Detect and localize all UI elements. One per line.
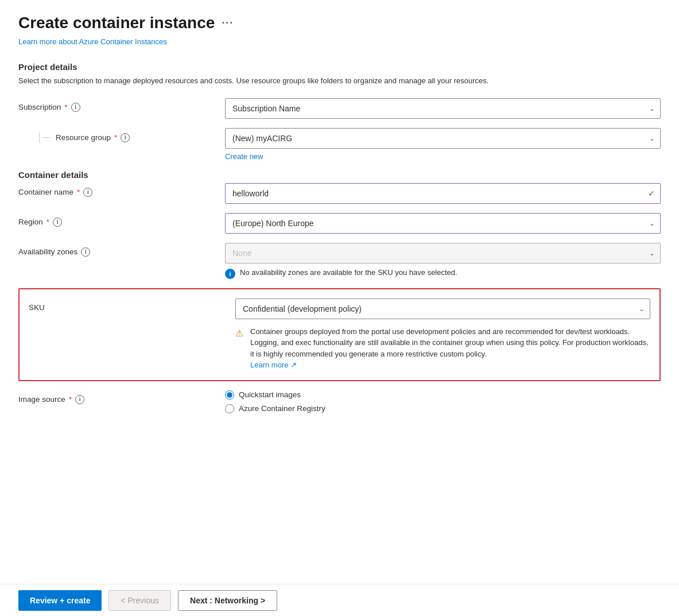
region-info-icon[interactable]: i bbox=[53, 218, 62, 227]
sku-select-wrapper: Confidential (development policy) ⌄ bbox=[235, 299, 650, 319]
region-label-col: Region * i bbox=[18, 213, 225, 227]
subscription-required: * bbox=[64, 103, 67, 111]
region-control-col: (Europe) North Europe ⌄ bbox=[225, 213, 661, 234]
sku-control-col: Confidential (development policy) ⌄ ⚠ Co… bbox=[235, 299, 650, 371]
availability-zones-info-icon[interactable]: i bbox=[81, 247, 90, 257]
sku-label-col: SKU bbox=[29, 299, 235, 312]
sku-warning-icon: ⚠ bbox=[235, 327, 246, 340]
sku-select[interactable]: Confidential (development policy) bbox=[235, 299, 650, 319]
previous-button[interactable]: < Previous bbox=[108, 590, 171, 611]
image-source-acr-radio[interactable] bbox=[225, 404, 234, 413]
image-source-required: * bbox=[69, 395, 72, 404]
image-source-info-icon[interactable]: i bbox=[75, 395, 84, 404]
container-name-label: Container name bbox=[18, 188, 73, 196]
resource-group-select[interactable]: (New) myACIRG bbox=[225, 128, 661, 149]
next-networking-button[interactable]: Next : Networking > bbox=[178, 590, 277, 611]
subscription-label: Subscription bbox=[18, 103, 61, 111]
subscription-row: Subscription * i Subscription Name ⌄ bbox=[18, 98, 661, 119]
sku-row: SKU Confidential (development policy) ⌄ … bbox=[29, 299, 650, 371]
region-select-wrapper: (Europe) North Europe ⌄ bbox=[225, 213, 661, 234]
sku-label: SKU bbox=[29, 303, 45, 312]
sku-external-link-icon: ↗ bbox=[290, 361, 297, 369]
project-details-desc: Select the subscription to manage deploy… bbox=[18, 75, 661, 87]
image-source-quickstart-radio[interactable] bbox=[225, 390, 234, 400]
availability-zones-message: i No availability zones are available fo… bbox=[225, 268, 661, 279]
container-name-input-wrapper: ✓ bbox=[225, 183, 661, 204]
region-required: * bbox=[46, 218, 49, 226]
availability-zones-message-text: No availability zones are available for … bbox=[240, 268, 457, 277]
container-name-label-col: Container name * i bbox=[18, 183, 225, 197]
review-create-button[interactable]: Review + create bbox=[18, 590, 102, 611]
page-title-container: Create container instance ··· bbox=[18, 14, 661, 32]
container-name-info-icon[interactable]: i bbox=[83, 188, 92, 197]
image-source-row: Image source * i Quickstart images Azure… bbox=[18, 390, 661, 418]
image-source-quickstart-label: Quickstart images bbox=[239, 390, 301, 399]
sku-learn-more-link[interactable]: Learn more ↗ bbox=[250, 361, 297, 369]
image-source-acr-option: Azure Container Registry bbox=[225, 404, 661, 413]
container-name-required: * bbox=[77, 188, 80, 196]
bottom-bar: Review + create < Previous Next : Networ… bbox=[0, 584, 679, 616]
info-circle-icon: i bbox=[225, 269, 235, 279]
resource-group-label-col: Resource group * i bbox=[18, 128, 225, 143]
subscription-select[interactable]: Subscription Name bbox=[225, 98, 661, 119]
project-details-title: Project details bbox=[18, 62, 661, 72]
image-source-acr-label: Azure Container Registry bbox=[239, 404, 325, 413]
resource-group-select-wrapper: (New) myACIRG ⌄ bbox=[225, 128, 661, 149]
availability-zones-row: Availability zones i None ⌄ i No availab… bbox=[18, 243, 661, 279]
image-source-control-col: Quickstart images Azure Container Regist… bbox=[225, 390, 661, 418]
container-name-control-col: ✓ bbox=[225, 183, 661, 204]
region-label: Region bbox=[18, 218, 43, 226]
resource-group-control-col: (New) myACIRG ⌄ Create new bbox=[225, 128, 661, 161]
availability-zones-control-col: None ⌄ i No availability zones are avail… bbox=[225, 243, 661, 279]
image-source-label: Image source bbox=[18, 395, 65, 404]
availability-zones-label: Availability zones bbox=[18, 247, 77, 256]
availability-zones-label-col: Availability zones i bbox=[18, 243, 225, 257]
availability-zones-select[interactable]: None bbox=[225, 243, 661, 264]
ellipsis-menu[interactable]: ··· bbox=[222, 17, 234, 29]
subscription-select-wrapper: Subscription Name ⌄ bbox=[225, 98, 661, 119]
resource-group-info-icon[interactable]: i bbox=[121, 133, 130, 142]
image-source-quickstart-option: Quickstart images bbox=[225, 390, 661, 400]
container-name-input[interactable] bbox=[225, 183, 661, 204]
container-details-title: Container details bbox=[18, 170, 661, 180]
resource-group-label: Resource group bbox=[56, 133, 111, 142]
learn-more-aci-link[interactable]: Learn more about Azure Container Instanc… bbox=[18, 37, 167, 46]
subscription-info-icon[interactable]: i bbox=[71, 103, 80, 112]
create-new-link[interactable]: Create new bbox=[225, 152, 263, 161]
region-row: Region * i (Europe) North Europe ⌄ bbox=[18, 213, 661, 234]
subscription-control-col: Subscription Name ⌄ bbox=[225, 98, 661, 119]
sku-section: SKU Confidential (development policy) ⌄ … bbox=[18, 288, 661, 381]
region-select[interactable]: (Europe) North Europe bbox=[225, 213, 661, 234]
subscription-label-col: Subscription * i bbox=[18, 98, 225, 112]
sku-warning-text: Container groups deployed from the porta… bbox=[250, 326, 650, 371]
sku-warning-message: ⚠ Container groups deployed from the por… bbox=[235, 326, 650, 371]
image-source-label-col: Image source * i bbox=[18, 390, 225, 404]
resource-group-required: * bbox=[114, 133, 117, 142]
availability-zones-select-wrapper: None ⌄ bbox=[225, 243, 661, 264]
resource-group-row: Resource group * i (New) myACIRG ⌄ Creat… bbox=[18, 128, 661, 161]
page-title: Create container instance bbox=[18, 14, 215, 32]
container-name-row: Container name * i ✓ bbox=[18, 183, 661, 204]
